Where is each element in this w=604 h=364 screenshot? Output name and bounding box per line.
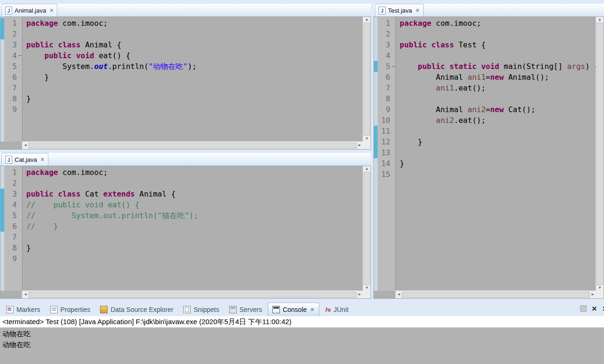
scrollbar-thumb[interactable] xyxy=(28,143,357,149)
code-area[interactable]: package com.imooc; public class Test { p… xyxy=(396,17,596,291)
line-number: 4 xyxy=(4,199,22,210)
view-tab-data-source-explorer[interactable]: Data Source Explorer xyxy=(96,303,178,316)
editor-pane-test: Test.java 12345−6789101112131415 package… xyxy=(373,4,604,299)
scroll-up-icon[interactable]: ▲ xyxy=(365,167,369,171)
close-icon[interactable] xyxy=(310,307,314,313)
line-number: 9 xyxy=(4,253,22,264)
view-tab-snippets[interactable]: Snippets xyxy=(179,303,223,316)
vertical-scrollbar[interactable]: ▲ ▼ xyxy=(363,17,371,142)
horizontal-scrollbar[interactable]: ◄ ► xyxy=(22,141,363,149)
code-token xyxy=(26,51,45,60)
horizontal-scrollbar[interactable]: ◄ ► xyxy=(22,290,363,298)
fold-minus-icon[interactable]: − xyxy=(18,50,22,61)
code-token: package xyxy=(400,19,431,28)
scroll-right-icon[interactable]: ► xyxy=(591,293,595,296)
line-number: 11 xyxy=(378,126,395,136)
scrollbar-thumb[interactable] xyxy=(596,23,603,285)
close-icon[interactable] xyxy=(40,157,45,163)
view-tab-servers[interactable]: Servers xyxy=(225,303,266,316)
code-token: args xyxy=(567,62,585,71)
code-token: } xyxy=(400,159,404,168)
editor-pane-cat: Cat.java 123456789 package com.imooc; pu… xyxy=(0,153,371,299)
change-bar xyxy=(0,72,4,83)
code-line: public class Test { xyxy=(400,39,596,50)
code-area[interactable]: package com.imooc; public class Cat exte… xyxy=(23,166,363,291)
code-line: Animal ani2=new Cat(); xyxy=(400,104,596,115)
view-tab-console[interactable]: Console xyxy=(268,303,319,316)
code-token: = xyxy=(486,105,490,114)
scrollbar-thumb[interactable] xyxy=(402,292,590,298)
code-token: .eat(); xyxy=(454,116,486,125)
close-icon[interactable] xyxy=(592,305,597,312)
line-number: 7 xyxy=(4,232,22,243)
annotation-ruler xyxy=(0,17,4,142)
vertical-scrollbar[interactable]: ▲ ▼ xyxy=(596,17,604,291)
code-line xyxy=(400,126,596,136)
scroll-right-icon[interactable]: ► xyxy=(358,144,362,147)
annotation-ruler xyxy=(0,166,4,291)
change-bar xyxy=(374,169,378,180)
change-bar xyxy=(0,61,4,72)
scroll-left-icon[interactable]: ◄ xyxy=(397,293,401,296)
code-token: .eat(); xyxy=(454,83,486,92)
scroll-left-icon[interactable]: ◄ xyxy=(23,144,27,147)
scrollbar-thumb[interactable] xyxy=(364,172,370,285)
code-line xyxy=(400,147,596,158)
line-number: 5− xyxy=(378,61,395,72)
line-number-gutter: 12345−6789101112131415 xyxy=(378,17,396,291)
line-number: 3 xyxy=(4,39,22,50)
scroll-down-icon[interactable]: ▼ xyxy=(365,286,369,290)
change-bar xyxy=(374,115,378,126)
code-line xyxy=(400,29,596,39)
console-output-line: 动物在吃 xyxy=(2,340,604,350)
editor-tab-cat[interactable]: Cat.java xyxy=(1,153,48,166)
view-tab-markers[interactable]: Markers xyxy=(2,303,45,316)
minimize-icon[interactable] xyxy=(580,305,587,312)
scroll-right-icon[interactable]: ► xyxy=(358,293,362,296)
code-token: Animal xyxy=(400,105,468,114)
code-token: Animal { xyxy=(135,190,176,198)
scroll-up-icon[interactable]: ▲ xyxy=(598,18,602,22)
editor-tab-bar: Test.java xyxy=(373,4,604,17)
maximize-icon[interactable] xyxy=(602,305,604,312)
code-line xyxy=(26,83,363,93)
view-tab-properties[interactable]: Properties xyxy=(46,303,95,316)
code-token: package xyxy=(26,168,58,177)
editor-tab-test[interactable]: Test.java xyxy=(375,4,424,16)
vertical-scrollbar[interactable]: ▲ ▼ xyxy=(363,166,371,291)
view-tab-label: Console xyxy=(283,306,307,313)
close-icon[interactable] xyxy=(415,8,419,14)
view-tab-junit[interactable]: JuJUnit xyxy=(321,303,353,316)
change-bar xyxy=(0,18,4,29)
code-token: // public void eat() { xyxy=(26,200,139,209)
scrollbar-thumb[interactable] xyxy=(28,292,357,298)
view-tab-label: Servers xyxy=(240,306,262,313)
scroll-down-icon[interactable]: ▼ xyxy=(598,286,602,290)
line-number: 5 xyxy=(4,210,22,221)
console-output[interactable]: 动物在吃动物在吃 xyxy=(0,327,604,364)
scroll-down-icon[interactable]: ▼ xyxy=(365,137,369,141)
code-line: Animal ani1=new Animal(); xyxy=(400,72,596,83)
scroll-left-icon[interactable]: ◄ xyxy=(23,293,27,296)
code-line: // System.out.println("猫在吃"); xyxy=(26,210,363,221)
code-line xyxy=(400,93,596,104)
line-number: 9 xyxy=(378,104,395,115)
code-area[interactable]: package com.imooc; public class Animal {… xyxy=(23,17,363,142)
change-bar xyxy=(0,199,4,210)
fold-minus-icon[interactable]: − xyxy=(392,61,395,72)
code-line: System.out.println("动物在吃"); xyxy=(26,61,363,72)
editor-tab-animal[interactable]: Animal.java xyxy=(1,4,57,16)
close-icon[interactable] xyxy=(49,8,54,14)
code-line xyxy=(26,29,363,39)
line-number: 10 xyxy=(378,115,395,126)
line-number: 1 xyxy=(4,167,22,178)
change-bar xyxy=(374,29,378,39)
line-number-gutter: 123456789 xyxy=(4,166,23,291)
editor-body: 12345−6789101112131415 package com.imooc… xyxy=(373,16,604,299)
change-bar xyxy=(374,126,378,136)
scrollbar-thumb[interactable] xyxy=(364,23,370,136)
scroll-up-icon[interactable]: ▲ xyxy=(365,18,369,22)
code-line: } xyxy=(26,243,363,253)
horizontal-scrollbar[interactable]: ◄ ► xyxy=(395,290,596,298)
code-token: public class xyxy=(26,40,81,49)
